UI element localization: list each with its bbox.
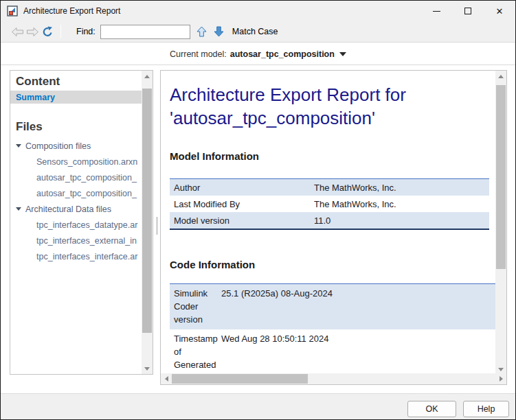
minimize-button[interactable]: [420, 1, 452, 21]
row-label: Model version: [170, 215, 314, 226]
forward-button[interactable]: [25, 25, 40, 38]
report-title: Architecture Export Report for 'autosar_…: [170, 83, 465, 130]
toolbar-separator: [60, 25, 61, 38]
find-previous-icon[interactable]: [197, 26, 207, 37]
row-label: Last Modified By: [170, 199, 314, 209]
help-button[interactable]: Help: [463, 401, 509, 417]
tree-file-label: tpc_interfaces_external_in: [36, 236, 137, 246]
tree-file-label: tpc_interfaces_interface.ar: [36, 252, 137, 261]
row-label: Simulink Coder version: [170, 287, 221, 326]
scroll-left-icon[interactable]: [161, 373, 172, 384]
content-heading: Content: [10, 75, 142, 89]
model-dropdown-icon[interactable]: [339, 52, 346, 56]
model-information-heading: Model Information: [170, 150, 495, 162]
tree-file-item[interactable]: autosar_tpc_composition_: [10, 170, 142, 185]
close-icon: ✕: [496, 7, 504, 16]
collapse-caret-icon[interactable]: [16, 144, 21, 148]
maximize-icon: [464, 8, 471, 14]
scroll-up-icon[interactable]: [495, 71, 506, 82]
maximize-button[interactable]: [452, 1, 484, 21]
tree-file-item[interactable]: autosar_tpc_composition_: [10, 185, 142, 201]
row-value: Wed Aug 28 10:50:11 2024: [221, 332, 495, 345]
tree-file-label: tpc_interfaces_datatype.ar: [36, 220, 137, 230]
code-information-table: Simulink Coder version 25.1 (R2025a) 08-…: [170, 283, 495, 373]
report-content: Architecture Export Report for 'autosar_…: [161, 71, 495, 373]
scroll-up-icon[interactable]: [142, 71, 153, 82]
files-heading: Files: [10, 120, 142, 134]
table-row: Timestamp of Generated XML Wed Aug 28 10…: [170, 329, 495, 373]
refresh-icon: [42, 26, 54, 38]
report-panel: Architecture Export Report for 'autosar_…: [160, 70, 507, 385]
report-scrollbar-thumb[interactable]: [496, 85, 506, 269]
table-row: Simulink Coder version 25.1 (R2025a) 08-…: [170, 284, 495, 329]
architecture-export-report-window: Architecture Export Report ✕ Find:: [0, 0, 516, 420]
row-value: 11.0: [314, 215, 489, 226]
back-arrow-icon: [11, 27, 24, 37]
report-horizontal-scrollbar[interactable]: [161, 373, 506, 384]
sidebar-vertical-scrollbar[interactable]: [142, 71, 153, 374]
scroll-right-icon[interactable]: [495, 373, 506, 384]
title-bar: Architecture Export Report ✕: [1, 1, 515, 21]
minimize-icon: [433, 11, 440, 12]
close-button[interactable]: ✕: [484, 1, 515, 21]
ok-button[interactable]: OK: [407, 401, 456, 417]
tree-file-item[interactable]: tpc_interfaces_interface.ar: [10, 248, 142, 264]
find-input[interactable]: [100, 25, 190, 39]
table-row: Author The MathWorks, Inc.: [170, 179, 489, 196]
row-value: 25.1 (R2025a) 08-Aug-2024: [221, 287, 495, 300]
horizontal-scrollbar-thumb[interactable]: [172, 374, 308, 384]
forward-arrow-icon: [26, 27, 39, 37]
back-button[interactable]: [10, 25, 25, 38]
report-vertical-scrollbar[interactable]: [495, 71, 506, 375]
footer-bar: OK Help: [1, 393, 515, 419]
scroll-down-icon[interactable]: [142, 363, 153, 374]
current-model-name: autosar_tpc_composition: [230, 49, 335, 59]
panel-splitter[interactable]: [157, 217, 157, 235]
tree-group-composition-files[interactable]: Composition files: [10, 138, 142, 154]
tree-file-item[interactable]: tpc_interfaces_external_in: [10, 233, 142, 248]
collapse-caret-icon[interactable]: [16, 207, 21, 211]
tree-file-label: autosar_tpc_composition_: [36, 189, 137, 198]
tree-file-item[interactable]: tpc_interfaces_datatype.ar: [10, 217, 142, 233]
row-value: The MathWorks, Inc.: [314, 183, 489, 193]
tree-group-architectural-data-files[interactable]: Architectural Data files: [10, 201, 142, 217]
current-model-label: Current model:: [170, 49, 227, 59]
tree-file-label: Sensors_composition.arxn: [36, 157, 137, 167]
row-label: Author: [170, 183, 314, 193]
tree-file-label: autosar_tpc_composition_: [36, 173, 137, 183]
row-value: The MathWorks, Inc.: [314, 199, 489, 209]
row-label: Timestamp of Generated XML: [170, 332, 221, 373]
report-app-icon: [7, 5, 18, 16]
tree-file-item[interactable]: Sensors_composition.arxn: [10, 154, 142, 170]
code-information-heading: Code Information: [170, 259, 495, 270]
find-toolbar: Find: Match Case: [1, 21, 515, 43]
tree-group-label: Composition files: [25, 141, 91, 151]
sidebar-item-summary[interactable]: Summary: [10, 91, 142, 104]
refresh-button[interactable]: [40, 25, 55, 38]
window-title: Architecture Export Report: [23, 6, 120, 16]
summary-link: Summary: [16, 93, 55, 102]
current-model-bar: Current model: autosar_tpc_composition: [1, 43, 515, 65]
sidebar-scrollbar-thumb[interactable]: [142, 89, 152, 333]
match-case-option[interactable]: Match Case: [232, 27, 278, 36]
tree-group-label: Architectural Data files: [25, 205, 111, 214]
table-row: Last Modified By The MathWorks, Inc.: [170, 196, 489, 212]
find-label: Find:: [76, 27, 96, 36]
table-row: Model version 11.0: [170, 212, 489, 229]
model-information-table: Author The MathWorks, Inc. Last Modified…: [170, 178, 489, 230]
find-next-icon[interactable]: [214, 26, 224, 37]
navigation-sidebar: Content Summary Files Composition files …: [10, 70, 153, 375]
